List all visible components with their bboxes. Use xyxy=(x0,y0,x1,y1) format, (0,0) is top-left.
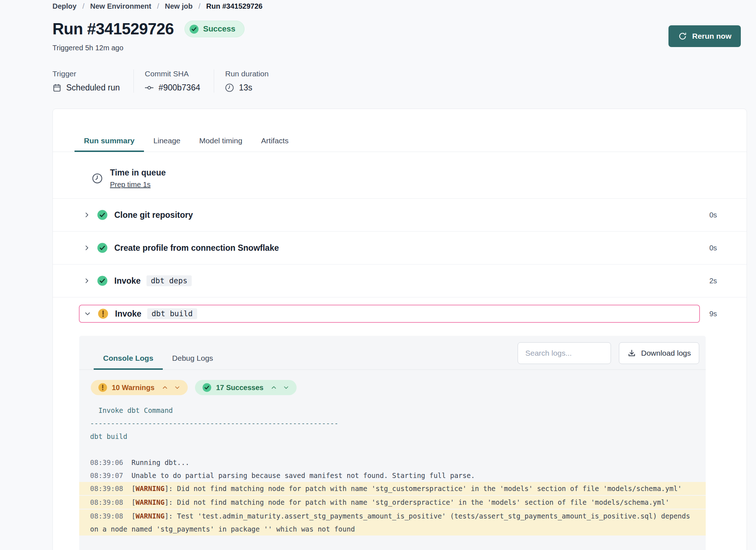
breadcrumb-separator: / xyxy=(157,2,159,10)
step-label: Create profile from connection Snowflake xyxy=(114,243,279,253)
log-blank-line xyxy=(79,443,706,456)
download-logs-label: Download logs xyxy=(641,349,691,358)
status-badge: Success xyxy=(184,21,244,37)
tab-run-summary[interactable]: Run summary xyxy=(75,136,144,152)
log-command-header-line: Invoke dbt Command xyxy=(79,404,706,417)
meta-commit-sha: Commit SHA#900b7364 xyxy=(134,69,214,93)
log-line: 08:39:06 Running dbt... xyxy=(79,456,706,469)
triggered-time: Triggered 5h 12m ago xyxy=(52,44,741,52)
log-line: 08:39:08 [WARNING]: Test 'test.admin_mat… xyxy=(79,509,706,536)
refresh-icon xyxy=(678,31,687,41)
step-row-invoke-dbt-deps[interactable]: Invokedbt deps2s xyxy=(53,264,747,297)
badge-label: 17 Successes xyxy=(216,384,263,392)
console-log-output: Invoke dbt Command----------------------… xyxy=(79,404,706,536)
breadcrumb-link-new-environment[interactable]: New Environment xyxy=(90,2,151,10)
step-row-invoke-dbt-build[interactable]: Invokedbt build9s xyxy=(53,297,747,330)
commit-icon xyxy=(145,83,154,92)
log-timestamp: 08:39:08 xyxy=(90,498,131,506)
log-tabs: Console LogsDebug Logs xyxy=(94,342,222,369)
chevron-right-icon[interactable] xyxy=(83,244,91,252)
run-detail-page: Deploy/New Environment/New job/Run #3415… xyxy=(0,0,756,93)
log-command-header-line: ----------------------------------------… xyxy=(79,417,706,430)
breadcrumb: Deploy/New Environment/New job/Run #3415… xyxy=(52,2,741,10)
status-badge-label: Success xyxy=(203,24,235,34)
step-row-main[interactable]: Invokedbt build xyxy=(79,305,700,323)
time-in-queue-section: Time in queue Prep time 1s xyxy=(53,152,747,198)
log-header: Console LogsDebug Logs Download logs xyxy=(79,336,706,370)
meta-value: Scheduled run xyxy=(52,83,120,93)
tab-lineage[interactable]: Lineage xyxy=(144,136,190,152)
chevron-down-icon[interactable] xyxy=(84,310,92,318)
download-icon xyxy=(627,349,636,358)
page-title: Run #341529726 xyxy=(52,20,174,38)
rerun-button[interactable]: Rerun now xyxy=(668,25,741,47)
tab-model-timing[interactable]: Model timing xyxy=(190,136,252,152)
log-warning-tag: WARNING xyxy=(136,498,165,506)
log-timestamp: 08:39:07 xyxy=(90,471,131,479)
log-command-header-line: dbt build xyxy=(79,430,706,443)
step-duration: 2s xyxy=(709,277,717,285)
chevron-up-icon[interactable] xyxy=(271,384,277,391)
step-command-chip: dbt build xyxy=(147,308,197,319)
search-logs-input[interactable] xyxy=(518,342,611,364)
step-label: Clone git repository xyxy=(114,210,193,220)
clock-icon xyxy=(92,173,103,184)
tab-console-logs[interactable]: Console Logs xyxy=(94,342,163,370)
success-count-badge[interactable]: 17 Successes xyxy=(195,380,297,395)
rerun-button-label: Rerun now xyxy=(692,32,732,41)
warning-circle-icon xyxy=(98,383,107,392)
chevron-right-icon[interactable] xyxy=(83,277,91,285)
breadcrumb-link-new-job[interactable]: New job xyxy=(165,2,193,10)
meta-value-text: #900b7364 xyxy=(158,83,200,93)
step-row-main[interactable]: Clone git repository xyxy=(79,207,709,223)
breadcrumb-separator: / xyxy=(198,2,200,10)
step-row-main[interactable]: Create profile from connection Snowflake xyxy=(79,240,709,256)
badge-chevrons xyxy=(162,384,180,391)
warning-count-badge[interactable]: 10 Warnings xyxy=(91,380,188,395)
step-row-clone-git-repository[interactable]: Clone git repository0s xyxy=(53,198,747,231)
step-label: Invoke xyxy=(115,309,141,319)
clock-icon xyxy=(225,83,234,92)
title-row: Run #341529726 Success xyxy=(52,20,741,38)
prep-time-link[interactable]: Prep time 1s xyxy=(110,181,150,189)
breadcrumb-separator: / xyxy=(82,2,85,10)
log-warning-tag: WARNING xyxy=(136,485,165,492)
meta-value: 13s xyxy=(225,83,268,93)
step-duration: 0s xyxy=(709,244,717,252)
meta-label: Commit SHA xyxy=(145,69,200,78)
step-duration: 0s xyxy=(709,211,717,219)
tab-artifacts[interactable]: Artifacts xyxy=(252,136,298,152)
tab-debug-logs[interactable]: Debug Logs xyxy=(163,342,222,370)
download-logs-button[interactable]: Download logs xyxy=(619,342,699,364)
step-row-create-profile-from-connection-snowflake[interactable]: Create profile from connection Snowflake… xyxy=(53,231,747,264)
log-filter-badges: 10 Warnings17 Successes xyxy=(91,380,706,395)
meta-label: Trigger xyxy=(52,69,120,78)
run-meta: TriggerScheduled runCommit SHA#900b7364R… xyxy=(52,69,741,93)
chevron-up-icon[interactable] xyxy=(162,384,168,391)
log-line: 08:39:08 [WARNING]: Did not find matchin… xyxy=(79,496,706,509)
step-row-main[interactable]: Invokedbt deps xyxy=(79,272,709,289)
breadcrumb-link-deploy[interactable]: Deploy xyxy=(52,2,77,10)
check-circle-icon xyxy=(202,383,212,392)
chevron-down-icon[interactable] xyxy=(174,384,180,391)
step-list: Clone git repository0sCreate profile fro… xyxy=(53,198,747,330)
time-in-queue-title: Time in queue xyxy=(110,168,166,178)
meta-value-text: Scheduled run xyxy=(66,83,120,93)
log-actions: Download logs xyxy=(518,342,699,369)
badge-label: 10 Warnings xyxy=(112,384,154,392)
chevron-down-icon[interactable] xyxy=(283,384,289,391)
meta-value-text: 13s xyxy=(239,83,252,93)
check-circle-icon xyxy=(97,275,108,286)
run-summary-card: Run summaryLineageModel timingArtifacts … xyxy=(52,109,747,550)
chevron-right-icon[interactable] xyxy=(83,211,91,219)
badge-chevrons xyxy=(271,384,289,391)
log-line: 08:39:07 Unable to do partial parsing be… xyxy=(79,469,706,482)
log-panel: Console LogsDebug Logs Download logs 10 … xyxy=(79,336,706,550)
step-command-chip: dbt deps xyxy=(146,275,192,286)
warning-circle-icon xyxy=(98,308,109,319)
check-circle-icon xyxy=(97,210,108,220)
run-tabs: Run summaryLineageModel timingArtifacts xyxy=(53,109,747,152)
log-timestamp: 08:39:08 xyxy=(90,512,131,520)
meta-label: Run duration xyxy=(225,69,268,78)
breadcrumb-current: Run #341529726 xyxy=(206,2,263,10)
